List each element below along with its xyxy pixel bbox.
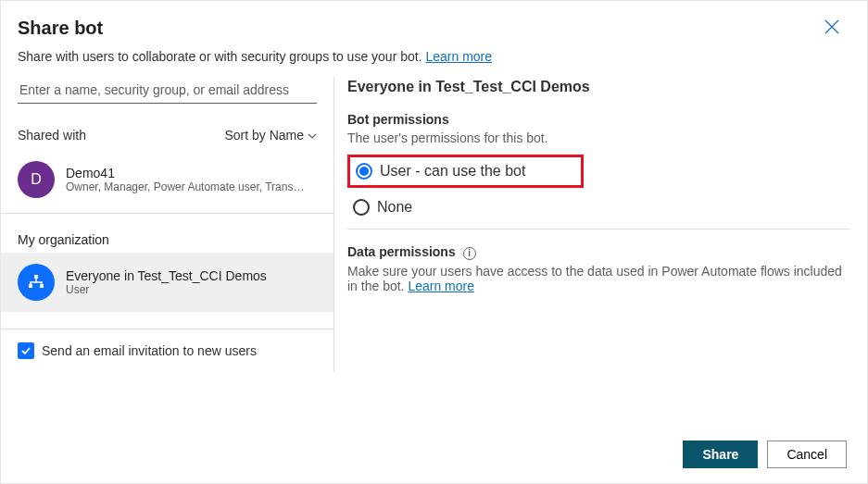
share-button[interactable]: Share	[683, 441, 758, 468]
radio-none[interactable]	[353, 199, 370, 216]
radio-user-highlight: User - can use the bot	[347, 155, 584, 188]
org-item-name: Everyone in Test_Test_CCI Demos	[66, 268, 267, 283]
cancel-button[interactable]: Cancel	[767, 441, 847, 468]
learn-more-link[interactable]: Learn more	[408, 279, 474, 293]
list-item[interactable]: D Demo41 Owner, Manager, Power Automate …	[1, 152, 333, 213]
radio-user-label: User - can use the bot	[380, 163, 525, 180]
svg-rect-1	[29, 284, 32, 288]
bot-permissions-title: Bot permissions	[347, 112, 850, 127]
close-icon[interactable]	[819, 18, 845, 40]
learn-more-link[interactable]: Learn more	[425, 49, 492, 64]
bot-permissions-desc: The user's permissions for this bot.	[347, 130, 850, 145]
svg-rect-0	[34, 275, 38, 279]
org-icon	[18, 264, 55, 301]
subtitle-text: Share with users to collaborate or with …	[18, 49, 425, 64]
right-pane: Everyone in Test_Test_CCI Demos Bot perm…	[334, 77, 867, 372]
data-permissions-title: Data permissions i	[347, 244, 850, 260]
email-invite-label: Send an email invitation to new users	[42, 343, 257, 358]
data-permissions-desc: Make sure your users have access to the …	[347, 264, 850, 293]
shared-with-label: Shared with	[18, 128, 86, 143]
selected-entity-title: Everyone in Test_Test_CCI Demos	[347, 79, 850, 95]
chevron-down-icon	[308, 130, 317, 141]
info-icon[interactable]: i	[463, 247, 476, 260]
radio-none-label: None	[377, 199, 412, 216]
member-roles: Owner, Manager, Power Automate user, Tra…	[66, 180, 307, 193]
left-pane: Enter a name, security group, or email a…	[1, 77, 334, 372]
divider	[347, 229, 850, 230]
org-item-role: User	[66, 283, 267, 296]
svg-rect-2	[40, 284, 44, 288]
list-item[interactable]: Everyone in Test_Test_CCI Demos User	[1, 253, 333, 312]
email-invite-checkbox[interactable]	[18, 342, 34, 359]
avatar: D	[18, 161, 55, 198]
share-input[interactable]: Enter a name, security group, or email a…	[18, 77, 317, 104]
dialog-subtitle: Share with users to collaborate or with …	[1, 49, 867, 77]
dialog-title: Share bot	[18, 18, 103, 39]
sort-label: Sort by Name	[224, 128, 304, 143]
radio-user[interactable]	[356, 163, 372, 180]
member-name: Demo41	[66, 166, 307, 180]
sort-by-button[interactable]: Sort by Name	[224, 128, 317, 143]
my-organization-label: My organization	[1, 213, 333, 253]
